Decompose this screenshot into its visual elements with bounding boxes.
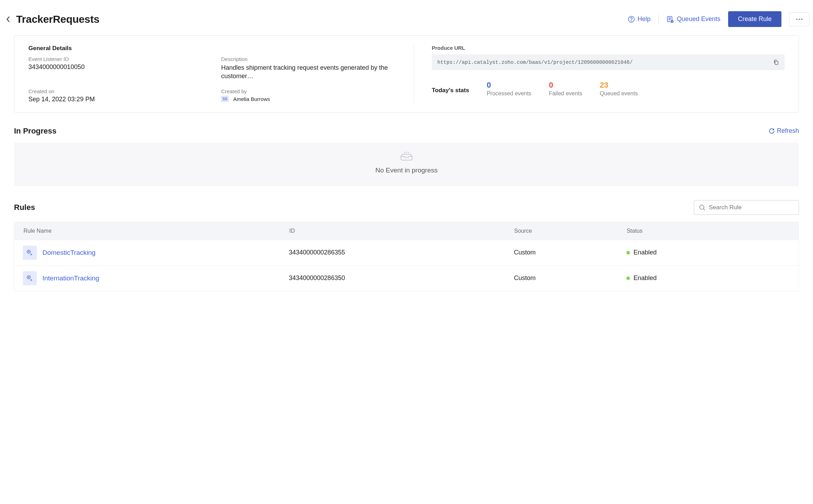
description-field: Description Handles shipment tracking re… bbox=[221, 56, 399, 81]
table-row[interactable]: InternationTracking 3434000000286350 Cus… bbox=[14, 265, 799, 291]
rule-status: Enabled bbox=[633, 249, 657, 256]
stat-queued-value: 23 bbox=[600, 81, 638, 90]
stat-processed-value: 0 bbox=[487, 81, 531, 90]
stat-failed-label: Failed events bbox=[549, 90, 582, 97]
svg-point-14 bbox=[700, 205, 704, 209]
produce-url-box: https://api.catalyst.zoho.com/baas/v1/pr… bbox=[432, 54, 785, 70]
svg-point-19 bbox=[28, 277, 29, 278]
copy-url-button[interactable] bbox=[773, 59, 779, 65]
rule-name-link[interactable]: DomesticTracking bbox=[42, 249, 95, 257]
svg-point-17 bbox=[28, 251, 29, 252]
created-by-field: Created by SS Amelia Burrows bbox=[221, 88, 399, 103]
status-dot-icon bbox=[626, 251, 630, 254]
listener-id-value: 3434000000010050 bbox=[28, 63, 207, 71]
svg-point-9 bbox=[801, 19, 802, 20]
help-link[interactable]: Help bbox=[628, 15, 651, 23]
queued-events-label: Queued Events bbox=[677, 15, 720, 23]
page-title: TrackerRequests bbox=[16, 13, 99, 25]
inbox-empty-icon bbox=[400, 152, 413, 163]
rules-section: Rules Rule Name ID Source Status Domesti… bbox=[14, 200, 799, 291]
created-on-label: Created on bbox=[28, 88, 207, 94]
create-rule-button[interactable]: Create Rule bbox=[728, 11, 781, 27]
svg-line-11 bbox=[404, 152, 405, 153]
svg-point-7 bbox=[796, 19, 798, 20]
svg-point-8 bbox=[799, 19, 800, 20]
rules-title: Rules bbox=[14, 203, 35, 212]
in-progress-title: In Progress bbox=[14, 127, 56, 136]
produce-url-label: Produce URL bbox=[432, 45, 785, 51]
back-button[interactable] bbox=[4, 14, 13, 24]
refresh-button[interactable]: Refresh bbox=[769, 127, 799, 135]
rule-source: Custom bbox=[514, 274, 626, 282]
ellipsis-icon bbox=[796, 18, 803, 20]
queued-events-icon bbox=[666, 15, 674, 23]
description-label: Description bbox=[221, 56, 399, 62]
rule-source: Custom bbox=[514, 249, 626, 256]
created-on-field: Created on Sep 14, 2022 03:29 PM bbox=[28, 88, 207, 103]
stat-queued-label: Queued events bbox=[600, 90, 638, 97]
created-by-name: Amelia Burrows bbox=[233, 96, 270, 102]
stat-processed-label: Processed events bbox=[487, 90, 531, 97]
refresh-label: Refresh bbox=[777, 127, 799, 135]
search-rule-box[interactable] bbox=[694, 200, 799, 215]
gear-flow-icon bbox=[26, 274, 34, 282]
svg-rect-10 bbox=[775, 61, 778, 64]
help-label: Help bbox=[638, 15, 651, 23]
svg-point-1 bbox=[631, 20, 631, 21]
rule-id: 3434000000286355 bbox=[289, 249, 514, 256]
description-value: Handles shipment tracking request events… bbox=[221, 63, 399, 81]
rule-icon bbox=[23, 271, 37, 285]
rules-table-header: Rule Name ID Source Status bbox=[14, 222, 799, 240]
queued-events-link[interactable]: Queued Events bbox=[666, 15, 720, 23]
stat-failed-value: 0 bbox=[549, 81, 582, 90]
search-icon bbox=[699, 204, 705, 211]
col-header-status: Status bbox=[627, 228, 790, 234]
listener-id-label: Event Listener ID bbox=[28, 56, 207, 62]
rule-status: Enabled bbox=[633, 274, 657, 282]
copy-icon bbox=[773, 59, 779, 65]
general-details-title: General Details bbox=[28, 45, 400, 52]
gear-flow-icon bbox=[26, 249, 34, 257]
search-rule-input[interactable] bbox=[709, 204, 794, 211]
today-stats: Today's stats 0 Processed events 0 Faile… bbox=[432, 81, 785, 97]
col-header-source: Source bbox=[514, 228, 627, 234]
avatar: SS bbox=[221, 96, 229, 102]
col-header-id: ID bbox=[289, 228, 514, 234]
stat-failed: 0 Failed events bbox=[549, 81, 582, 97]
rule-id: 3434000000286350 bbox=[289, 274, 514, 282]
rule-name-link[interactable]: InternationTracking bbox=[42, 274, 99, 282]
more-menu-button[interactable] bbox=[789, 12, 809, 26]
page-header: TrackerRequests Help Queued Events Creat… bbox=[4, 8, 809, 35]
status-dot-icon bbox=[626, 277, 630, 280]
stat-queued: 23 Queued events bbox=[600, 81, 638, 97]
rules-table: Rule Name ID Source Status DomesticTrack… bbox=[14, 222, 799, 291]
in-progress-empty: No Event in progress bbox=[14, 143, 799, 186]
rule-icon bbox=[23, 246, 37, 260]
listener-id-field: Event Listener ID 3434000000010050 bbox=[28, 56, 207, 81]
svg-line-13 bbox=[408, 152, 409, 153]
produce-url-value: https://api.catalyst.zoho.com/baas/v1/pr… bbox=[437, 60, 769, 65]
in-progress-section: In Progress Refresh No Event in progress bbox=[14, 127, 799, 186]
svg-line-15 bbox=[704, 209, 705, 210]
created-on-value: Sep 14, 2022 03:29 PM bbox=[28, 96, 207, 103]
col-header-name: Rule Name bbox=[23, 228, 289, 234]
refresh-icon bbox=[769, 128, 775, 134]
created-by-label: Created by bbox=[221, 88, 399, 94]
table-row[interactable]: DomesticTracking 3434000000286355 Custom… bbox=[14, 240, 799, 265]
help-icon bbox=[628, 16, 635, 23]
in-progress-empty-text: No Event in progress bbox=[14, 166, 799, 174]
stat-processed: 0 Processed events bbox=[487, 81, 531, 97]
general-details-card: General Details Event Listener ID 343400… bbox=[14, 35, 799, 113]
chevron-left-icon bbox=[6, 16, 11, 23]
today-stats-label: Today's stats bbox=[432, 81, 469, 94]
header-divider bbox=[658, 14, 659, 24]
